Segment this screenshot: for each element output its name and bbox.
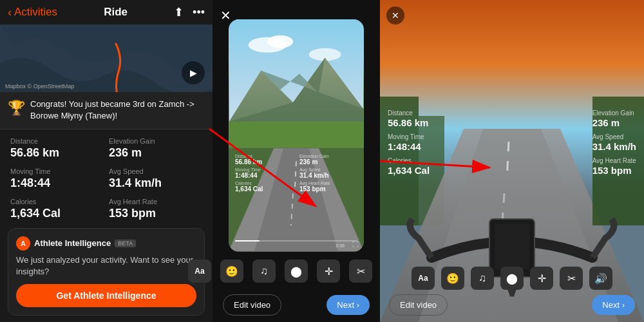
- scissors-button[interactable]: ✂: [349, 260, 372, 283]
- stat-elevation: Elevation Gain 236 m: [109, 137, 202, 160]
- r-elev-value: 236 m: [592, 117, 636, 128]
- story-road: Distance 56.86 km Elevation Gain 236 m M…: [229, 147, 364, 252]
- story-card: Distance 56.86 km Elevation Gain 236 m M…: [229, 19, 364, 252]
- left-panel: ‹ Activities Ride ⬆ ••• Start and End lo…: [0, 0, 213, 322]
- stats-grid: Distance 56.86 km Elevation Gain 236 m M…: [0, 129, 213, 228]
- landscape-svg: [229, 19, 364, 147]
- story-dist-label: Distance: [235, 154, 293, 158]
- story-time-counter: 0:06: [336, 243, 345, 248]
- r-cal-value: 1,634 Cal: [388, 165, 430, 176]
- r-record-button[interactable]: ⬤: [500, 267, 524, 290]
- r-next-button[interactable]: Next ›: [592, 295, 635, 315]
- r-volume-button[interactable]: 🔊: [589, 267, 612, 290]
- bike-photo: ✕ Distance 56.86 km Moving Time 1:48:44 …: [380, 0, 644, 322]
- story-elev-label: Elevation Gain: [299, 154, 357, 158]
- r-time-value: 1:48:44: [388, 141, 430, 152]
- r-hr-label: Avg Heart Rate: [592, 157, 636, 164]
- r-move-button[interactable]: ✛: [530, 267, 553, 290]
- avg-hr-label: Avg Heart Rate: [109, 198, 202, 205]
- ai-beta-badge: BETA: [115, 240, 136, 247]
- r-dist-value: 56.86 km: [388, 117, 430, 128]
- stat-moving-time: Moving Time 1:48:44: [10, 167, 104, 190]
- stat-avg-speed: Avg Speed 31.4 km/h: [109, 167, 202, 190]
- ai-card: A Athlete Intelligence BETA We just anal…: [8, 228, 205, 316]
- r-edit-video-button[interactable]: Edit video: [389, 294, 448, 316]
- more-icon[interactable]: •••: [193, 6, 205, 19]
- map-attribution: Mapbox © OpenStreetMap: [5, 83, 74, 90]
- right-panel: ✕ Distance 56.86 km Moving Time 1:48:44 …: [380, 0, 644, 322]
- svg-point-4: [267, 35, 293, 48]
- sticker-button[interactable]: 🙂: [220, 260, 243, 283]
- chevron-left-icon: ‹: [8, 6, 12, 19]
- edit-video-button[interactable]: Edit video: [223, 294, 281, 316]
- moving-time-value: 1:48:44: [10, 176, 104, 190]
- story-hr-value: 153 bpm: [299, 185, 357, 193]
- right-toolbar: Aa 🙂 ♫ ⬤ ✛ ✂ 🔊: [380, 267, 644, 290]
- r-scissors-button[interactable]: ✂: [560, 267, 583, 290]
- avg-speed-value: 31.4 km/h: [109, 176, 202, 190]
- congrats-text: Congrats! You just became 3rd on Zamch -…: [30, 99, 205, 122]
- story-elev-value: 236 m: [299, 158, 357, 166]
- story-time-value: 1:48:44: [235, 172, 293, 179]
- story-progress-bar: [235, 240, 357, 242]
- r-music-button[interactable]: ♫: [471, 267, 494, 290]
- story-time-label: Moving Time: [235, 167, 293, 172]
- ai-title: Athlete Intelligence: [34, 238, 111, 248]
- story-sprint-label: Avg Sprint: [299, 167, 357, 172]
- back-nav[interactable]: ‹ Activities: [8, 6, 57, 19]
- r-hr-value: 153 bpm: [592, 165, 636, 176]
- story-footer: Edit video Next ›: [213, 288, 380, 322]
- move-button[interactable]: ✛: [317, 260, 340, 283]
- next-button[interactable]: Next ›: [327, 295, 370, 315]
- r-cal-label: Calories: [388, 157, 430, 164]
- r-elev-label: Elevation Gain: [592, 109, 636, 117]
- calories-value: 1,634 Cal: [10, 207, 104, 220]
- r-speed-label: Avg Speed: [592, 133, 636, 140]
- story-hr-label: Avg Heart Rate: [299, 181, 357, 185]
- right-stats-right: Elevation Gain 236 m Avg Speed 31.4 km/h…: [592, 109, 636, 181]
- close-button[interactable]: ✕: [220, 8, 231, 23]
- story-sprint-value: 31.4 km/h: [299, 172, 357, 179]
- route-path: Cies...nów: [0, 24, 213, 92]
- page-title: Ride: [104, 6, 128, 19]
- elevation-label: Elevation Gain: [109, 137, 202, 145]
- r-speed-value: 31.4 km/h: [592, 141, 636, 152]
- elevation-value: 236 m: [109, 146, 202, 160]
- r-text-tool-button[interactable]: Aa: [412, 267, 435, 290]
- ai-cta-button[interactable]: Get Athlete Intelligence: [16, 284, 196, 307]
- ai-avatar-icon: A: [16, 236, 30, 251]
- r-dist-label: Distance: [388, 109, 430, 117]
- r-time-label: Moving Time: [388, 133, 430, 140]
- r-sticker-button[interactable]: 🙂: [441, 267, 464, 290]
- record-button[interactable]: ⬤: [285, 260, 308, 283]
- header-actions: ⬆ •••: [174, 5, 205, 19]
- distance-label: Distance: [10, 137, 104, 145]
- story-stats-overlay: Distance 56.86 km Elevation Gain 236 m M…: [235, 154, 357, 193]
- stat-distance: Distance 56.86 km: [10, 137, 104, 160]
- story-progress-fill: [235, 240, 260, 242]
- avg-speed-label: Avg Speed: [109, 167, 202, 175]
- trophy-icon: 🏆: [8, 100, 25, 117]
- right-close-button[interactable]: ✕: [386, 6, 404, 24]
- text-tool-button[interactable]: Aa: [188, 260, 211, 283]
- right-close-icon: ✕: [392, 10, 399, 21]
- story-toolbar: Aa 🙂 ♫ ⬤ ✛ ✂ 🔊: [188, 260, 404, 283]
- stat-calories: Calories 1,634 Cal: [10, 198, 104, 220]
- right-footer: Edit video Next ›: [380, 294, 644, 316]
- map-area: Start and End location Cies...nów Mapbox…: [0, 24, 213, 92]
- svg-rect-23: [495, 224, 529, 269]
- play-button[interactable]: ▶: [182, 61, 205, 84]
- share-icon[interactable]: ⬆: [174, 5, 184, 19]
- calories-label: Calories: [10, 198, 104, 205]
- story-dist-value: 56.86 km: [235, 158, 293, 166]
- activities-link[interactable]: Activities: [14, 6, 57, 19]
- music-button[interactable]: ♫: [252, 260, 276, 283]
- fullscreen-icon[interactable]: ⛶: [352, 241, 359, 248]
- right-stats-left: Distance 56.86 km Moving Time 1:48:44 Ca…: [388, 109, 430, 181]
- story-landscape: [229, 19, 364, 147]
- distance-value: 56.86 km: [10, 146, 104, 160]
- story-cal-label: Calories: [235, 181, 293, 185]
- svg-rect-8: [229, 122, 363, 147]
- left-header: ‹ Activities Ride ⬆ •••: [0, 0, 213, 24]
- ai-header: A Athlete Intelligence BETA: [16, 236, 196, 251]
